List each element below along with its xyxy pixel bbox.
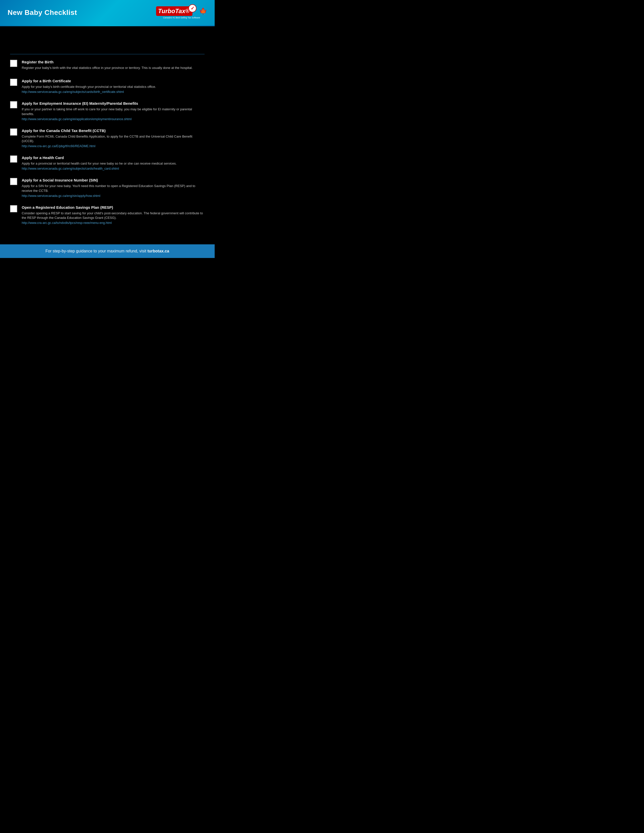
- footer-text: For step-by-step guidance to your maximu…: [8, 249, 207, 253]
- list-item: Apply for the Canada Child Tax Benefit (…: [10, 128, 204, 148]
- list-item: Open a Registered Education Savings Plan…: [10, 205, 204, 225]
- checkbox-5[interactable]: [10, 156, 17, 162]
- logo-tagline: Canada's #1 Best-Selling Tax Software: [163, 16, 200, 19]
- header: New Baby Checklist TurboTax ® ✓ 🍁 Canada…: [0, 0, 215, 25]
- turbotax-logo: TurboTax ® ✓ 🍁 Canada's #1 Best-Selling …: [156, 6, 207, 19]
- checkbox-6[interactable]: [10, 178, 17, 185]
- list-item: Apply for Employment Insurance (EI) Mate…: [10, 101, 204, 121]
- maple-leaf-icon: 🍁: [199, 7, 207, 15]
- logo-text: TurboTax: [158, 8, 185, 14]
- item-content-4: Apply for the Canada Child Tax Benefit (…: [22, 128, 204, 148]
- item-title-6: Apply for a Social Insurance Number (SIN…: [22, 177, 204, 183]
- item-title-3: Apply for Employment Insurance (EI) Mate…: [22, 101, 204, 106]
- item-link-2[interactable]: http://www.servicecanada.gc.ca/eng/subje…: [22, 90, 204, 94]
- item-title-7: Open a Registered Education Savings Plan…: [22, 205, 204, 210]
- item-title-5: Apply for a Health Card: [22, 155, 204, 160]
- item-title-1: Register the Birth: [22, 60, 204, 64]
- page-title: New Baby Checklist: [8, 9, 77, 17]
- item-desc-2: Apply for your baby's birth certificate …: [22, 85, 204, 89]
- item-desc-1: Register your baby's birth with the vita…: [22, 66, 204, 70]
- item-content-6: Apply for a Social Insurance Number (SIN…: [22, 177, 204, 198]
- item-content-5: Apply for a Health Card Apply for a prov…: [22, 155, 204, 170]
- checkbox-3[interactable]: [10, 101, 17, 108]
- item-desc-3: If you or your partner is taking time of…: [22, 107, 204, 116]
- intro-section: [10, 31, 204, 51]
- checkbox-1[interactable]: [10, 60, 17, 67]
- item-link-7[interactable]: http://www.cra-arc.gc.ca/tx/ndvdls/tpcs/…: [22, 221, 204, 225]
- list-item: Apply for a Social Insurance Number (SIN…: [10, 177, 204, 198]
- checkbox-7[interactable]: [10, 205, 17, 212]
- checkmark-icon: ✓: [188, 4, 196, 12]
- item-link-3[interactable]: http://www.servicecanada.gc.ca/eng/ei/ap…: [22, 117, 204, 121]
- item-content-3: Apply for Employment Insurance (EI) Mate…: [22, 101, 204, 121]
- item-desc-4: Complete Form RC66, Canada Child Benefit…: [22, 134, 204, 143]
- main-content: Register the Birth Register your baby's …: [0, 26, 215, 239]
- item-link-4[interactable]: http://www.cra-arc.gc.ca/E/pbg/tf/rc66/R…: [22, 145, 204, 148]
- checkbox-4[interactable]: [10, 129, 17, 135]
- list-item: Register the Birth Register your baby's …: [10, 60, 204, 71]
- logo-brand: TurboTax ® ✓: [156, 6, 192, 16]
- item-link-6[interactable]: http://www.servicecanada.gc.ca/eng/sin/a…: [22, 194, 204, 198]
- item-desc-5: Apply for a provincial or territorial he…: [22, 161, 204, 166]
- checkbox-2[interactable]: [10, 79, 17, 86]
- item-title-2: Apply for a Birth Certificate: [22, 78, 204, 84]
- item-title-4: Apply for the Canada Child Tax Benefit (…: [22, 128, 204, 133]
- item-desc-7: Consider opening a RESP to start saving …: [22, 211, 204, 220]
- footer-link[interactable]: turbotax.ca: [148, 249, 169, 253]
- list-item: Apply for a Birth Certificate Apply for …: [10, 78, 204, 94]
- item-desc-6: Apply for a SIN for your new baby. You'l…: [22, 184, 204, 193]
- footer: For step-by-step guidance to your maximu…: [0, 244, 215, 258]
- item-content-1: Register the Birth Register your baby's …: [22, 60, 204, 71]
- item-content-7: Open a Registered Education Savings Plan…: [22, 205, 204, 225]
- checklist: Register the Birth Register your baby's …: [10, 60, 204, 225]
- list-item: Apply for a Health Card Apply for a prov…: [10, 155, 204, 170]
- item-content-2: Apply for a Birth Certificate Apply for …: [22, 78, 204, 94]
- item-link-5[interactable]: http://www.servicecanada.gc.ca/eng/subje…: [22, 167, 204, 170]
